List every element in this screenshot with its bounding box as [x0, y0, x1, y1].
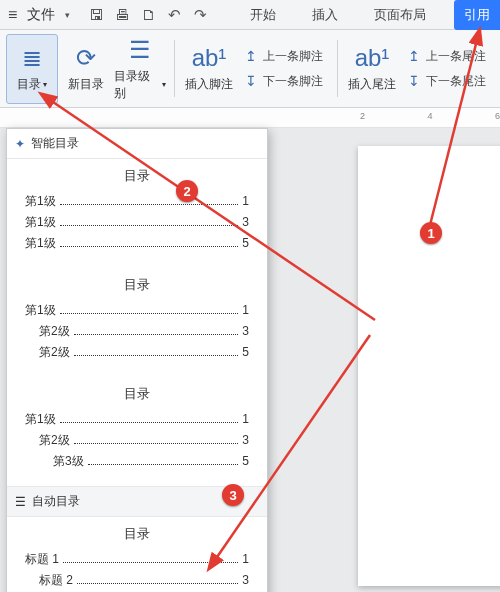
ribbon: ≣ 目录▾ ⟳ 新目录 ☰ 目录级别▾ ab¹ 插入脚注 ↥上一条脚注 ↧下一条…	[0, 30, 500, 108]
toc-title: 目录	[25, 276, 249, 294]
new-toc-label: 新目录	[68, 76, 104, 93]
prev-footnote-icon: ↥	[243, 48, 259, 64]
print-preview-icon[interactable]: 🗋	[138, 5, 158, 25]
file-menu[interactable]: 文件	[27, 6, 55, 24]
document-area: ✦ 智能目录 目录 第1级1 第1级3 第1级5 目录 第1级1 第2级3 第2…	[0, 128, 500, 592]
hamburger-icon[interactable]: ≡	[8, 6, 17, 24]
next-footnote-icon: ↧	[243, 73, 259, 89]
separator	[337, 40, 338, 97]
prev-endnote-label: 上一条尾注	[426, 48, 486, 65]
insert-endnote-button[interactable]: ab¹ 插入尾注	[346, 34, 398, 104]
new-toc-button[interactable]: ⟳ 新目录	[60, 34, 112, 104]
print-icon[interactable]: 🖶	[112, 5, 132, 25]
undo-icon[interactable]: ↶	[164, 5, 184, 25]
menubar: ≡ 文件 ▾ 🖫 🖶 🗋 ↶ ↷ 开始 插入 页面布局 引用	[0, 0, 500, 30]
toc-style-3[interactable]: 目录 第1级1 第2级3 第3级5	[7, 377, 267, 486]
toc-row: 第2级3	[25, 323, 249, 340]
ruler: 2 4 6 8	[0, 108, 500, 128]
toc-row: 标题 11	[25, 551, 249, 568]
insert-endnote-label: 插入尾注	[348, 76, 396, 93]
auto-toc-icon: ☰	[15, 495, 26, 509]
next-endnote-button[interactable]: ↧下一条尾注	[402, 71, 490, 92]
next-footnote-label: 下一条脚注	[263, 73, 323, 90]
toc-title: 目录	[25, 385, 249, 403]
chevron-down-icon: ▾	[43, 80, 47, 89]
toc-title: 目录	[25, 167, 249, 185]
toc-row: 标题 23	[25, 572, 249, 589]
toc-button[interactable]: ≣ 目录▾	[6, 34, 58, 104]
quick-access-toolbar: 🖫 🖶 🗋 ↶ ↷	[86, 5, 210, 25]
redo-icon[interactable]: ↷	[190, 5, 210, 25]
prev-endnote-button[interactable]: ↥上一条尾注	[402, 46, 490, 67]
separator	[174, 40, 175, 97]
tab-insert[interactable]: 插入	[304, 0, 346, 30]
next-endnote-icon: ↧	[406, 73, 422, 89]
toc-dropdown-panel: ✦ 智能目录 目录 第1级1 第1级3 第1级5 目录 第1级1 第2级3 第2…	[6, 128, 268, 592]
tab-start[interactable]: 开始	[242, 0, 284, 30]
toc-row: 第1级1	[25, 193, 249, 210]
next-footnote-button[interactable]: ↧下一条脚注	[239, 71, 327, 92]
auto-toc-header[interactable]: ☰ 自动目录	[7, 486, 267, 517]
toc-icon: ≣	[22, 44, 42, 72]
insert-footnote-label: 插入脚注	[185, 76, 233, 93]
smart-toc-header[interactable]: ✦ 智能目录	[7, 129, 267, 159]
toc-row: 第1级1	[25, 302, 249, 319]
toc-row: 第1级3	[25, 214, 249, 231]
chevron-down-icon[interactable]: ▾	[65, 10, 70, 20]
prev-footnote-label: 上一条脚注	[263, 48, 323, 65]
endnote-icon: ab¹	[355, 44, 390, 72]
toc-label: 目录	[17, 76, 41, 93]
toc-row: 第2级3	[25, 432, 249, 449]
auto-toc-label: 自动目录	[32, 493, 80, 510]
toc-level-button[interactable]: ☰ 目录级别▾	[114, 34, 166, 104]
toc-row: 第3级5	[25, 453, 249, 470]
next-endnote-label: 下一条尾注	[426, 73, 486, 90]
prev-footnote-button[interactable]: ↥上一条脚注	[239, 46, 327, 67]
toc-row: 第1级5	[25, 235, 249, 252]
toc-title: 目录	[25, 525, 249, 543]
toc-style-auto[interactable]: 目录 标题 11 标题 23	[7, 517, 267, 592]
tab-layout[interactable]: 页面布局	[366, 0, 434, 30]
toc-level-label: 目录级别	[114, 68, 160, 102]
toc-style-2[interactable]: 目录 第1级1 第2级3 第2级5	[7, 268, 267, 377]
toc-row: 第1级1	[25, 411, 249, 428]
smart-toc-label: 智能目录	[31, 135, 79, 152]
tab-references[interactable]: 引用	[454, 0, 500, 30]
ribbon-tabs: 开始 插入 页面布局 引用	[242, 0, 500, 30]
footnote-icon: ab¹	[192, 44, 227, 72]
refresh-toc-icon: ⟳	[76, 44, 96, 72]
prev-endnote-icon: ↥	[406, 48, 422, 64]
smart-toc-icon: ✦	[15, 137, 25, 151]
toc-level-icon: ☰	[129, 36, 151, 64]
save-icon[interactable]: 🖫	[86, 5, 106, 25]
document-page[interactable]	[358, 146, 500, 586]
toc-row: 第2级5	[25, 344, 249, 361]
chevron-down-icon: ▾	[162, 80, 166, 89]
insert-footnote-button[interactable]: ab¹ 插入脚注	[183, 34, 235, 104]
toc-style-1[interactable]: 目录 第1级1 第1级3 第1级5	[7, 159, 267, 268]
